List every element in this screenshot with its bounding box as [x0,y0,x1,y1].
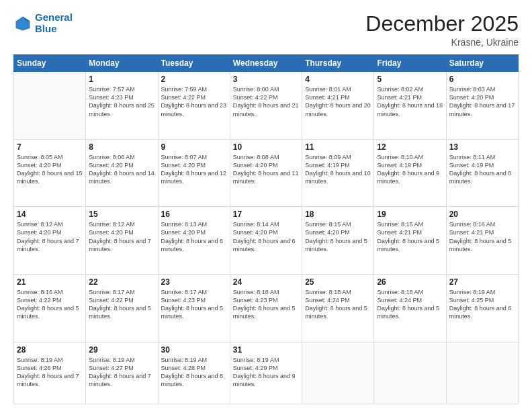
day-number: 24 [233,277,299,287]
calendar-table: SundayMondayTuesdayWednesdayThursdayFrid… [13,54,519,404]
day-info: Sunrise: 8:16 AMSunset: 4:22 PMDaylight:… [17,288,83,321]
day-info: Sunrise: 7:57 AMSunset: 4:23 PMDaylight:… [89,85,154,118]
day-info: Sunrise: 8:12 AMSunset: 4:20 PMDaylight:… [89,220,154,253]
calendar-cell: 10Sunrise: 8:08 AMSunset: 4:20 PMDayligh… [230,139,302,207]
day-number: 2 [161,75,227,84]
calendar-week: 28Sunrise: 8:19 AMSunset: 4:26 PMDayligh… [14,342,519,404]
day-info: Sunrise: 8:16 AMSunset: 4:21 PMDaylight:… [449,220,515,253]
weekday-header: Tuesday [158,55,230,72]
day-info: Sunrise: 8:18 AMSunset: 4:23 PMDaylight:… [233,288,299,321]
day-info: Sunrise: 8:03 AMSunset: 4:20 PMDaylight:… [449,85,515,118]
day-number: 19 [377,210,443,219]
weekday-header: Sunday [14,55,86,72]
day-info: Sunrise: 8:17 AMSunset: 4:22 PMDaylight:… [89,288,154,321]
calendar-cell: 14Sunrise: 8:12 AMSunset: 4:20 PMDayligh… [14,207,86,275]
calendar-cell: 24Sunrise: 8:18 AMSunset: 4:23 PMDayligh… [230,274,302,342]
calendar-cell: 30Sunrise: 8:19 AMSunset: 4:28 PMDayligh… [158,342,230,404]
day-number: 3 [233,75,299,84]
calendar-cell: 20Sunrise: 8:16 AMSunset: 4:21 PMDayligh… [446,207,518,275]
day-info: Sunrise: 8:19 AMSunset: 4:25 PMDaylight:… [449,288,515,321]
day-info: Sunrise: 8:06 AMSunset: 4:20 PMDaylight:… [89,153,154,186]
calendar-cell: 31Sunrise: 8:19 AMSunset: 4:29 PMDayligh… [230,342,302,404]
logo-icon [13,14,32,33]
calendar-cell [14,72,86,140]
day-number: 29 [89,345,154,355]
day-number: 14 [17,210,83,219]
calendar-cell: 17Sunrise: 8:14 AMSunset: 4:20 PMDayligh… [230,207,302,275]
weekday-header: Friday [374,55,446,72]
calendar-cell [302,342,374,404]
day-number: 30 [161,345,227,355]
calendar-cell: 8Sunrise: 8:06 AMSunset: 4:20 PMDaylight… [86,139,158,207]
calendar-cell: 13Sunrise: 8:11 AMSunset: 4:19 PMDayligh… [446,139,518,207]
day-info: Sunrise: 8:19 AMSunset: 4:28 PMDaylight:… [161,356,227,389]
day-number: 28 [17,345,83,355]
calendar-cell: 27Sunrise: 8:19 AMSunset: 4:25 PMDayligh… [446,274,518,342]
calendar-cell: 2Sunrise: 7:59 AMSunset: 4:22 PMDaylight… [158,72,230,140]
title-block: December 2025 Krasne, Ukraine [365,12,519,48]
day-info: Sunrise: 8:14 AMSunset: 4:20 PMDaylight:… [233,220,299,253]
day-info: Sunrise: 8:02 AMSunset: 4:21 PMDaylight:… [377,85,443,118]
logo-text: General Blue [35,12,73,34]
calendar-week: 7Sunrise: 8:05 AMSunset: 4:20 PMDaylight… [14,139,519,207]
calendar-cell: 4Sunrise: 8:01 AMSunset: 4:21 PMDaylight… [302,72,374,140]
logo-blue: Blue [35,24,73,35]
month-title: December 2025 [365,12,519,36]
day-number: 7 [17,142,83,152]
calendar-header: SundayMondayTuesdayWednesdayThursdayFrid… [14,55,519,72]
day-number: 9 [161,142,227,152]
calendar-cell: 29Sunrise: 8:19 AMSunset: 4:27 PMDayligh… [86,342,158,404]
day-info: Sunrise: 8:07 AMSunset: 4:20 PMDaylight:… [161,153,227,186]
calendar-week: 14Sunrise: 8:12 AMSunset: 4:20 PMDayligh… [14,207,519,275]
day-info: Sunrise: 8:19 AMSunset: 4:27 PMDaylight:… [89,356,154,389]
weekday-header: Wednesday [230,55,302,72]
calendar-cell: 16Sunrise: 8:13 AMSunset: 4:20 PMDayligh… [158,207,230,275]
day-number: 18 [305,210,371,219]
calendar-cell: 6Sunrise: 8:03 AMSunset: 4:20 PMDaylight… [446,72,518,140]
day-info: Sunrise: 8:15 AMSunset: 4:20 PMDaylight:… [305,220,371,253]
day-info: Sunrise: 8:17 AMSunset: 4:23 PMDaylight:… [161,288,227,321]
calendar-cell [446,342,518,404]
day-number: 12 [377,142,443,152]
calendar-cell: 3Sunrise: 8:00 AMSunset: 4:22 PMDaylight… [230,72,302,140]
day-number: 4 [305,75,371,84]
calendar-cell: 23Sunrise: 8:17 AMSunset: 4:23 PMDayligh… [158,274,230,342]
day-info: Sunrise: 8:12 AMSunset: 4:20 PMDaylight:… [17,220,83,253]
day-number: 15 [89,210,154,219]
calendar-cell: 1Sunrise: 7:57 AMSunset: 4:23 PMDaylight… [86,72,158,140]
day-number: 20 [449,210,515,219]
calendar-week: 1Sunrise: 7:57 AMSunset: 4:23 PMDaylight… [14,72,519,140]
day-number: 17 [233,210,299,219]
weekday-row: SundayMondayTuesdayWednesdayThursdayFrid… [14,55,519,72]
weekday-header: Saturday [446,55,518,72]
day-info: Sunrise: 8:00 AMSunset: 4:22 PMDaylight:… [233,85,299,118]
day-number: 27 [449,277,515,287]
day-info: Sunrise: 8:18 AMSunset: 4:24 PMDaylight:… [377,288,443,321]
day-number: 8 [89,142,154,152]
day-number: 13 [449,142,515,152]
location: Krasne, Ukraine [365,37,519,48]
calendar-cell [374,342,446,404]
calendar-cell: 7Sunrise: 8:05 AMSunset: 4:20 PMDaylight… [14,139,86,207]
day-info: Sunrise: 8:15 AMSunset: 4:21 PMDaylight:… [377,220,443,253]
day-number: 26 [377,277,443,287]
day-number: 31 [233,345,299,355]
logo: General Blue [13,12,73,34]
logo-general: General [35,11,73,23]
day-info: Sunrise: 8:10 AMSunset: 4:19 PMDaylight:… [377,153,443,186]
day-number: 10 [233,142,299,152]
day-number: 1 [89,75,154,84]
day-info: Sunrise: 7:59 AMSunset: 4:22 PMDaylight:… [161,85,227,118]
calendar: SundayMondayTuesdayWednesdayThursdayFrid… [13,54,519,404]
day-number: 6 [449,75,515,84]
day-info: Sunrise: 8:13 AMSunset: 4:20 PMDaylight:… [161,220,227,253]
day-number: 23 [161,277,227,287]
weekday-header: Thursday [302,55,374,72]
calendar-body: 1Sunrise: 7:57 AMSunset: 4:23 PMDaylight… [14,72,519,404]
day-number: 16 [161,210,227,219]
day-info: Sunrise: 8:19 AMSunset: 4:29 PMDaylight:… [233,356,299,389]
calendar-cell: 5Sunrise: 8:02 AMSunset: 4:21 PMDaylight… [374,72,446,140]
calendar-cell: 28Sunrise: 8:19 AMSunset: 4:26 PMDayligh… [14,342,86,404]
day-info: Sunrise: 8:19 AMSunset: 4:26 PMDaylight:… [17,356,83,389]
calendar-cell: 18Sunrise: 8:15 AMSunset: 4:20 PMDayligh… [302,207,374,275]
